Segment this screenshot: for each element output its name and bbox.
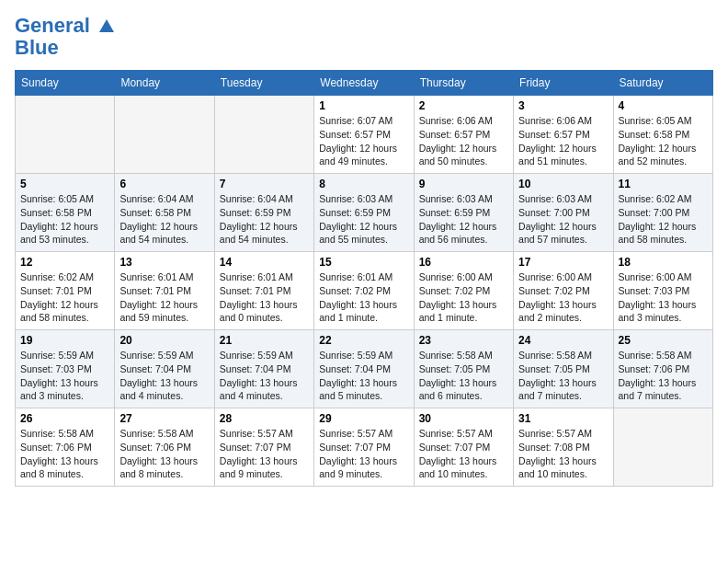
- day-number: 6: [119, 178, 209, 190]
- week-row-4: 19 Sunrise: 5:59 AMSunset: 7:03 PMDaylig…: [16, 330, 713, 408]
- day-number: 19: [20, 334, 109, 347]
- day-info: Sunrise: 5:57 AMSunset: 7:07 PMDaylight:…: [319, 428, 397, 479]
- day-number: 26: [20, 412, 109, 425]
- day-info: Sunrise: 6:01 AMSunset: 7:02 PMDaylight:…: [319, 271, 397, 323]
- day-cell-16: 16 Sunrise: 6:00 AMSunset: 7:02 PMDaylig…: [414, 252, 513, 330]
- day-number: 10: [518, 178, 608, 190]
- day-cell-27: 27 Sunrise: 5:58 AMSunset: 7:06 PMDaylig…: [115, 408, 214, 487]
- calendar-header-row: SundayMondayTuesdayWednesdayThursdayFrid…: [16, 71, 713, 96]
- col-header-friday: Friday: [514, 71, 613, 96]
- day-info: Sunrise: 6:00 AMSunset: 7:02 PMDaylight:…: [419, 271, 497, 323]
- day-number: 22: [319, 334, 408, 347]
- day-number: 3: [518, 99, 608, 112]
- day-number: 16: [419, 256, 508, 269]
- col-header-thursday: Thursday: [414, 71, 513, 96]
- day-cell-30: 30 Sunrise: 5:57 AMSunset: 7:07 PMDaylig…: [414, 408, 513, 487]
- day-cell-21: 21 Sunrise: 5:59 AMSunset: 7:04 PMDaylig…: [214, 330, 313, 408]
- day-cell-22: 22 Sunrise: 5:59 AMSunset: 7:04 PMDaylig…: [314, 330, 414, 408]
- day-cell-28: 28 Sunrise: 5:57 AMSunset: 7:07 PMDaylig…: [214, 408, 313, 487]
- day-number: 14: [220, 256, 309, 269]
- empty-cell: [613, 408, 712, 487]
- day-info: Sunrise: 6:01 AMSunset: 7:01 PMDaylight:…: [119, 271, 198, 323]
- day-number: 4: [619, 99, 708, 112]
- day-number: 27: [119, 412, 209, 425]
- day-info: Sunrise: 6:00 AMSunset: 7:03 PMDaylight:…: [619, 271, 697, 323]
- day-cell-14: 14 Sunrise: 6:01 AMSunset: 7:01 PMDaylig…: [214, 252, 313, 330]
- week-row-2: 5 Sunrise: 6:05 AMSunset: 6:58 PMDayligh…: [16, 174, 713, 252]
- day-info: Sunrise: 6:04 AMSunset: 6:58 PMDaylight:…: [119, 193, 198, 245]
- day-cell-29: 29 Sunrise: 5:57 AMSunset: 7:07 PMDaylig…: [314, 408, 414, 487]
- day-info: Sunrise: 5:59 AMSunset: 7:04 PMDaylight:…: [119, 350, 198, 401]
- week-row-3: 12 Sunrise: 6:02 AMSunset: 7:01 PMDaylig…: [16, 252, 713, 330]
- day-cell-24: 24 Sunrise: 5:58 AMSunset: 7:05 PMDaylig…: [514, 330, 613, 408]
- logo-text: General: [15, 15, 116, 37]
- col-header-sunday: Sunday: [16, 71, 115, 96]
- day-info: Sunrise: 5:58 AMSunset: 7:06 PMDaylight:…: [119, 428, 198, 479]
- day-info: Sunrise: 6:02 AMSunset: 7:01 PMDaylight:…: [20, 271, 98, 323]
- day-number: 9: [419, 178, 508, 190]
- day-cell-26: 26 Sunrise: 5:58 AMSunset: 7:06 PMDaylig…: [16, 408, 115, 487]
- page-header: General Blue: [15, 15, 713, 59]
- day-number: 7: [220, 178, 309, 190]
- empty-cell: [214, 96, 313, 174]
- day-info: Sunrise: 5:59 AMSunset: 7:03 PMDaylight:…: [20, 350, 98, 401]
- day-cell-1: 1 Sunrise: 6:07 AMSunset: 6:57 PMDayligh…: [314, 96, 414, 174]
- day-info: Sunrise: 6:03 AMSunset: 7:00 PMDaylight:…: [518, 193, 597, 245]
- day-info: Sunrise: 6:02 AMSunset: 7:00 PMDaylight:…: [619, 193, 697, 245]
- day-cell-10: 10 Sunrise: 6:03 AMSunset: 7:00 PMDaylig…: [514, 174, 613, 252]
- day-cell-31: 31 Sunrise: 5:57 AMSunset: 7:08 PMDaylig…: [514, 408, 613, 487]
- logo-blue: Blue: [15, 37, 116, 59]
- day-number: 29: [319, 412, 408, 425]
- day-info: Sunrise: 5:59 AMSunset: 7:04 PMDaylight:…: [319, 350, 397, 401]
- day-cell-25: 25 Sunrise: 5:58 AMSunset: 7:06 PMDaylig…: [613, 330, 712, 408]
- col-header-monday: Monday: [115, 71, 214, 96]
- day-cell-7: 7 Sunrise: 6:04 AMSunset: 6:59 PMDayligh…: [214, 174, 313, 252]
- day-number: 20: [119, 334, 209, 347]
- day-info: Sunrise: 5:59 AMSunset: 7:04 PMDaylight:…: [220, 350, 298, 401]
- day-number: 21: [220, 334, 309, 347]
- day-number: 8: [319, 178, 408, 190]
- day-cell-9: 9 Sunrise: 6:03 AMSunset: 6:59 PMDayligh…: [414, 174, 513, 252]
- day-number: 30: [419, 412, 508, 425]
- col-header-wednesday: Wednesday: [314, 71, 414, 96]
- day-cell-4: 4 Sunrise: 6:05 AMSunset: 6:58 PMDayligh…: [613, 96, 712, 174]
- day-cell-2: 2 Sunrise: 6:06 AMSunset: 6:57 PMDayligh…: [414, 96, 513, 174]
- day-cell-13: 13 Sunrise: 6:01 AMSunset: 7:01 PMDaylig…: [115, 252, 214, 330]
- day-info: Sunrise: 6:05 AMSunset: 6:58 PMDaylight:…: [20, 193, 98, 245]
- day-number: 25: [619, 334, 708, 347]
- day-number: 15: [319, 256, 408, 269]
- day-cell-3: 3 Sunrise: 6:06 AMSunset: 6:57 PMDayligh…: [514, 96, 613, 174]
- logo-icon: [97, 17, 116, 36]
- day-info: Sunrise: 6:03 AMSunset: 6:59 PMDaylight:…: [419, 193, 497, 245]
- day-cell-20: 20 Sunrise: 5:59 AMSunset: 7:04 PMDaylig…: [115, 330, 214, 408]
- day-info: Sunrise: 6:07 AMSunset: 6:57 PMDaylight:…: [319, 115, 397, 167]
- week-row-5: 26 Sunrise: 5:58 AMSunset: 7:06 PMDaylig…: [16, 408, 713, 487]
- day-number: 17: [518, 256, 608, 269]
- day-number: 5: [20, 178, 109, 190]
- day-number: 13: [119, 256, 209, 269]
- day-number: 11: [619, 178, 708, 190]
- day-cell-23: 23 Sunrise: 5:58 AMSunset: 7:05 PMDaylig…: [414, 330, 513, 408]
- day-info: Sunrise: 6:05 AMSunset: 6:58 PMDaylight:…: [619, 115, 697, 167]
- day-info: Sunrise: 6:01 AMSunset: 7:01 PMDaylight:…: [220, 271, 298, 323]
- day-number: 24: [518, 334, 608, 347]
- empty-cell: [115, 96, 214, 174]
- day-cell-11: 11 Sunrise: 6:02 AMSunset: 7:00 PMDaylig…: [613, 174, 712, 252]
- svg-marker-0: [99, 19, 114, 32]
- day-info: Sunrise: 5:58 AMSunset: 7:06 PMDaylight:…: [619, 350, 697, 401]
- day-info: Sunrise: 5:57 AMSunset: 7:07 PMDaylight:…: [220, 428, 298, 479]
- day-info: Sunrise: 5:58 AMSunset: 7:06 PMDaylight:…: [20, 428, 98, 479]
- day-info: Sunrise: 6:04 AMSunset: 6:59 PMDaylight:…: [220, 193, 298, 245]
- week-row-1: 1 Sunrise: 6:07 AMSunset: 6:57 PMDayligh…: [16, 96, 713, 174]
- day-number: 31: [518, 412, 608, 425]
- col-header-tuesday: Tuesday: [214, 71, 313, 96]
- day-cell-17: 17 Sunrise: 6:00 AMSunset: 7:02 PMDaylig…: [514, 252, 613, 330]
- day-cell-5: 5 Sunrise: 6:05 AMSunset: 6:58 PMDayligh…: [16, 174, 115, 252]
- day-number: 28: [220, 412, 309, 425]
- day-info: Sunrise: 6:03 AMSunset: 6:59 PMDaylight:…: [319, 193, 397, 245]
- day-cell-18: 18 Sunrise: 6:00 AMSunset: 7:03 PMDaylig…: [613, 252, 712, 330]
- day-number: 23: [419, 334, 508, 347]
- day-cell-19: 19 Sunrise: 5:59 AMSunset: 7:03 PMDaylig…: [16, 330, 115, 408]
- logo: General Blue: [15, 15, 116, 59]
- day-info: Sunrise: 6:06 AMSunset: 6:57 PMDaylight:…: [419, 115, 497, 167]
